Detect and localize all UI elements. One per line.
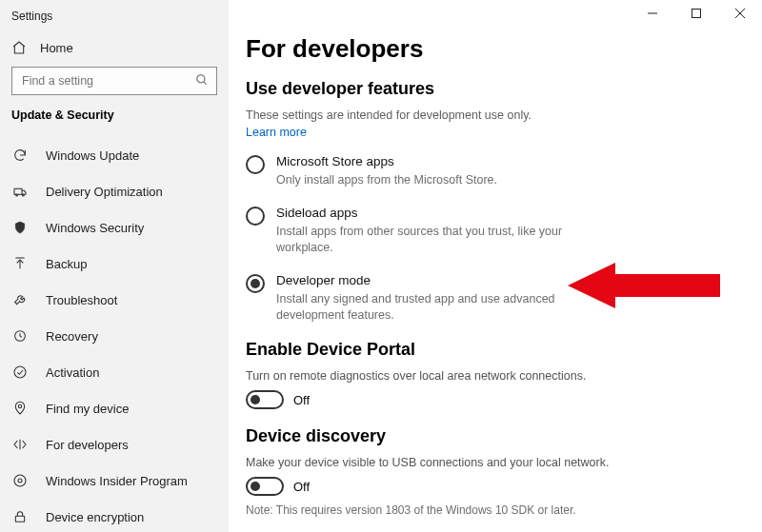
sidebar-item-label: Windows Update [46, 148, 139, 163]
shield-icon [11, 220, 29, 235]
page-title: For developers [246, 34, 743, 64]
sidebar-item-device-encryption[interactable]: Device encryption [0, 499, 229, 532]
main-content: For developers Use developer features Th… [229, 0, 762, 532]
device-portal-desc: Turn on remote diagnostics over local ar… [246, 369, 743, 383]
sidebar-item-label: For developers [46, 438, 129, 452]
dev-mode-radio-group: Microsoft Store apps Only install apps f… [246, 154, 743, 323]
backup-icon [11, 256, 29, 271]
radio-option-store-apps[interactable]: Microsoft Store apps Only install apps f… [246, 154, 743, 188]
sidebar-item-windows-security[interactable]: Windows Security [0, 209, 229, 246]
device-discovery-heading: Device discovery [246, 426, 743, 446]
radio-desc: Only install apps from the Microsoft Sto… [276, 172, 497, 188]
sidebar-item-backup[interactable]: Backup [0, 246, 229, 282]
learn-more-link[interactable]: Learn more [246, 126, 743, 139]
sync-icon [11, 148, 29, 163]
sidebar-item-label: Delivery Optimization [46, 185, 163, 199]
radio-label: Developer mode [276, 273, 591, 287]
home-nav[interactable]: Home [0, 36, 229, 67]
device-portal-section: Enable Device Portal Turn on remote diag… [246, 340, 743, 409]
sidebar-item-for-developers[interactable]: For developers [0, 426, 229, 463]
device-discovery-toggle[interactable] [246, 477, 284, 496]
search-icon [195, 73, 209, 89]
radio-icon [246, 155, 265, 174]
sidebar-item-label: Troubleshoot [46, 293, 117, 307]
radio-option-sideload[interactable]: Sideload apps Install apps from other so… [246, 206, 743, 256]
search-box[interactable] [11, 67, 217, 95]
check-circle-icon [11, 365, 29, 380]
wrench-icon [11, 292, 29, 307]
radio-icon [246, 207, 265, 226]
svg-point-4 [197, 74, 205, 82]
sidebar: Settings Home Update & Security Windows … [0, 0, 229, 532]
svg-rect-17 [15, 516, 24, 522]
svg-point-15 [14, 475, 26, 486]
toggle-state-label: Off [293, 393, 310, 407]
svg-point-13 [18, 404, 21, 407]
sidebar-section-heading: Update & Security [0, 107, 229, 131]
sidebar-item-recovery[interactable]: Recovery [0, 318, 229, 354]
device-discovery-note: Note: This requires version 1803 of the … [246, 503, 743, 517]
lock-icon [11, 509, 29, 524]
radio-option-developer-mode[interactable]: Developer mode Install any signed and tr… [246, 273, 743, 324]
recovery-icon [11, 328, 29, 344]
svg-point-8 [22, 194, 24, 196]
home-label: Home [40, 41, 73, 55]
insider-icon [11, 473, 29, 488]
radio-label: Microsoft Store apps [276, 154, 497, 168]
sidebar-item-label: Backup [46, 257, 87, 271]
sidebar-item-label: Recovery [46, 329, 98, 344]
sidebar-items: Windows Update Delivery Optimization Win… [0, 131, 229, 532]
svg-point-16 [18, 479, 22, 483]
radio-desc: Install apps from other sources that you… [276, 224, 591, 256]
dev-features-intro: These settings are intended for developm… [246, 108, 743, 122]
app-title: Settings [0, 6, 229, 36]
device-portal-heading: Enable Device Portal [246, 340, 743, 360]
sidebar-item-troubleshoot[interactable]: Troubleshoot [0, 282, 229, 318]
search-input[interactable] [20, 73, 195, 89]
device-portal-toggle[interactable] [246, 390, 284, 409]
sidebar-item-label: Windows Security [46, 221, 144, 235]
svg-point-12 [14, 366, 26, 378]
svg-line-5 [204, 81, 207, 84]
sidebar-item-activation[interactable]: Activation [0, 354, 229, 390]
developers-icon [11, 437, 29, 452]
sidebar-item-label: Device encryption [46, 510, 144, 524]
dev-features-heading: Use developer features [246, 79, 743, 99]
location-icon [11, 401, 29, 416]
sidebar-item-windows-insider[interactable]: Windows Insider Program [0, 463, 229, 499]
delivery-icon [11, 184, 29, 199]
sidebar-item-label: Windows Insider Program [46, 474, 188, 488]
sidebar-item-find-my-device[interactable]: Find my device [0, 390, 229, 426]
home-icon [11, 40, 27, 55]
svg-rect-6 [14, 188, 22, 194]
radio-icon-selected [246, 274, 265, 293]
device-discovery-section: Device discovery Make your device visibl… [246, 426, 743, 517]
device-discovery-desc: Make your device visible to USB connecti… [246, 456, 743, 469]
sidebar-item-label: Find my device [46, 402, 129, 416]
sidebar-item-windows-update[interactable]: Windows Update [0, 137, 229, 173]
radio-label: Sideload apps [276, 206, 591, 220]
radio-desc: Install any signed and trusted app and u… [276, 291, 591, 324]
sidebar-item-delivery-optimization[interactable]: Delivery Optimization [0, 173, 229, 209]
toggle-state-label: Off [293, 480, 310, 494]
sidebar-item-label: Activation [46, 365, 99, 380]
svg-point-7 [16, 194, 18, 196]
